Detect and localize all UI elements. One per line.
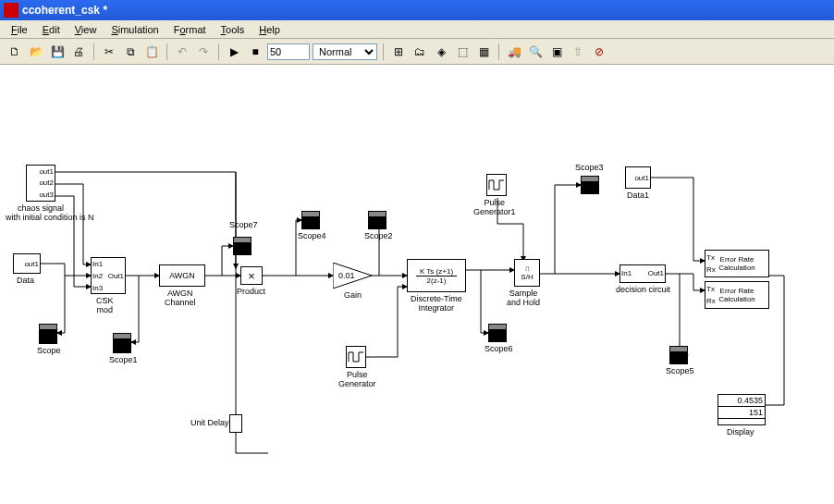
app-icon	[4, 3, 18, 18]
block-scope[interactable]	[39, 324, 57, 344]
tool-icon-3[interactable]: ◈	[432, 43, 450, 61]
block-scope1[interactable]	[113, 333, 131, 353]
label-scope2: Scope2	[364, 231, 393, 240]
titlebar: ccoherent_csk *	[0, 0, 834, 20]
label-scope5: Scope5	[666, 366, 694, 375]
tool-icon-6[interactable]: 🚚	[505, 43, 523, 61]
play-icon[interactable]: ▶	[225, 43, 243, 61]
label-sh: Sample and Hold	[507, 289, 540, 307]
tool-icon-1[interactable]: ⊞	[389, 43, 408, 61]
label-product: Product	[237, 287, 265, 296]
label-scope6: Scope6	[484, 344, 513, 353]
stoptime-input[interactable]	[267, 43, 310, 60]
mode-select[interactable]: Normal	[313, 43, 377, 60]
block-decision[interactable]: In1 Out1	[619, 264, 666, 283]
print-icon[interactable]: 🖨	[69, 43, 88, 61]
redo-icon[interactable]: ↷	[194, 43, 213, 61]
label-integrator: Discrete-Time Integrator	[411, 294, 462, 313]
block-data1[interactable]: out1	[625, 166, 651, 189]
block-scope5[interactable]	[669, 346, 688, 364]
open-icon[interactable]: 📂	[27, 43, 45, 61]
block-scope4[interactable]	[301, 211, 320, 229]
tool-icon-2[interactable]: 🗂	[411, 43, 429, 61]
block-pulsegen1[interactable]	[486, 174, 507, 196]
tool-icon-7[interactable]: 🔍	[526, 43, 545, 61]
new-icon[interactable]: 🗋	[6, 43, 24, 61]
block-data[interactable]: out1	[13, 253, 41, 274]
block-gain[interactable]: 0.01	[333, 263, 372, 290]
label-display: Display	[727, 427, 754, 436]
menu-simulation[interactable]: Simulation	[104, 22, 166, 37]
tool-icon-8[interactable]: ▣	[547, 43, 566, 61]
save-icon[interactable]: 💾	[48, 43, 67, 61]
menu-edit[interactable]: Edit	[35, 22, 67, 37]
block-scope6[interactable]	[488, 324, 507, 342]
menu-file[interactable]: File	[4, 22, 35, 37]
label-data: Data	[17, 276, 34, 285]
block-display[interactable]: 0.4535 151	[717, 394, 766, 425]
menu-view[interactable]: View	[67, 22, 104, 37]
block-scope7[interactable]	[233, 237, 251, 255]
label-data1: Data1	[627, 191, 649, 200]
menu-tools[interactable]: Tools	[214, 22, 252, 37]
stop-icon[interactable]: ■	[246, 43, 264, 61]
block-chaos-signal[interactable]: out1 out2 out3	[26, 165, 55, 202]
block-err2[interactable]: Tx Rx Error Rate Calculation	[705, 281, 769, 309]
model-canvas[interactable]: out1 out2 out3 chaos signal with initial…	[0, 65, 834, 504]
block-err1[interactable]: Tx Rx Error Rate Calculation	[705, 250, 769, 277]
tool-icon-9[interactable]: ⊘	[590, 43, 608, 61]
label-gain: Gain	[344, 290, 362, 300]
undo-icon[interactable]: ↶	[173, 43, 191, 61]
block-pulsegen[interactable]	[346, 346, 366, 368]
svg-text:0.01: 0.01	[338, 271, 355, 280]
label-scope7: Scope7	[229, 220, 258, 229]
label-scope1: Scope1	[109, 355, 138, 364]
block-awgn[interactable]: AWGN	[159, 264, 205, 287]
block-unitdelay[interactable]	[229, 414, 242, 433]
label-chaos: chaos signal with initial condition is N	[6, 203, 76, 222]
block-integrator[interactable]: K Ts (z+1) 2(z-1)	[407, 259, 466, 292]
up-icon[interactable]: ⇧	[569, 43, 587, 61]
cut-icon[interactable]: ✂	[100, 43, 118, 61]
tool-icon-4[interactable]: ⬚	[453, 43, 472, 61]
block-csk-mod[interactable]: In1 In2 In3 Out1	[91, 257, 126, 294]
label-unitdelay: Unit Delay	[190, 418, 229, 427]
block-scope3[interactable]	[581, 176, 599, 194]
window-title: ccoherent_csk *	[22, 4, 107, 17]
paste-icon[interactable]: 📋	[142, 43, 161, 61]
block-sample-hold[interactable]: ⎍ S/H	[514, 259, 540, 287]
label-awgn: AWGN Channel	[165, 289, 196, 307]
label-scope4: Scope4	[298, 231, 326, 240]
menubar: File Edit View Simulation Format Tools H…	[0, 20, 834, 39]
label-pulsegen: Pulse Generator	[338, 370, 376, 388]
block-product[interactable]: ×	[240, 266, 263, 285]
toolbar: 🗋 📂 💾 🖨 ✂ ⧉ 📋 ↶ ↷ ▶ ■ Normal ⊞ 🗂 ◈ ⬚ ▦ 🚚…	[0, 39, 834, 65]
label-scope: Scope	[37, 346, 61, 355]
label-pulsegen1: Pulse Generator1	[473, 198, 516, 216]
label-scope3: Scope3	[575, 163, 604, 172]
label-cskmod: CSK mod	[96, 296, 114, 314]
copy-icon[interactable]: ⧉	[121, 43, 140, 61]
menu-help[interactable]: Help	[251, 22, 288, 37]
menu-format[interactable]: Format	[166, 22, 214, 37]
label-decision: decision circuit	[616, 285, 670, 294]
block-scope2[interactable]	[368, 211, 386, 229]
tool-icon-5[interactable]: ▦	[474, 43, 493, 61]
